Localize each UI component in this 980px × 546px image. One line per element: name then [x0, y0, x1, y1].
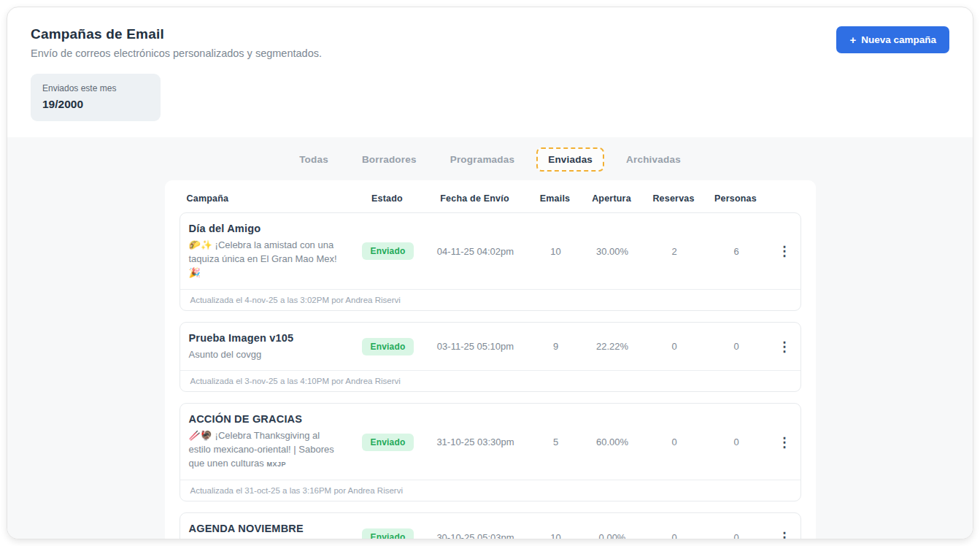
column-header-reservations: Reservas	[643, 193, 705, 204]
new-campaign-label: Nueva campaña	[861, 34, 936, 45]
emails-count: 10	[530, 532, 582, 539]
campaigns-section: Todas Borradores Programadas Enviadas Ar…	[7, 137, 973, 539]
campaign-row-main: Prueba Imagen v105 Asunto del covgg Envi…	[180, 323, 800, 371]
page-title: Campañas de Email	[31, 26, 322, 42]
sent-this-month-card: Enviados este mes 19/2000	[31, 74, 161, 121]
open-rate: 60.00%	[582, 437, 644, 447]
stat-value: 19/2000	[42, 98, 149, 111]
kebab-menu-icon[interactable]: ⋮	[768, 531, 802, 539]
status-badge: Enviado	[362, 528, 413, 539]
campaigns-table: Campaña Estado Fecha de Envío Emails Ape…	[165, 180, 816, 539]
updated-info: Actualizada el 3-nov-25 a las 4:10PM por…	[180, 370, 800, 391]
status-cell: Enviado	[355, 242, 421, 260]
campaign-description-text: 🌮✨ ¡Celebra la amistad con una taquiza ú…	[189, 239, 337, 278]
new-campaign-button[interactable]: + Nueva campaña	[836, 26, 949, 53]
campaign-row[interactable]: Prueba Imagen v105 Asunto del covgg Envi…	[180, 322, 801, 393]
page-header-text: Campañas de Email Envío de correos elect…	[31, 26, 322, 59]
column-header-status: Estado	[355, 193, 420, 204]
column-header-people: Personas	[705, 193, 767, 204]
plus-icon: +	[849, 34, 856, 45]
campaign-description: Asunto del covgg	[189, 348, 342, 362]
campaign-row[interactable]: AGENDA NOVIEMBRE AGENDA NOVIEMBRE Enviad…	[180, 512, 801, 539]
page-subtitle: Envío de correos electrónicos personaliz…	[31, 47, 322, 59]
stat-label: Enviados este mes	[42, 83, 149, 93]
updated-info: Actualizada el 31-oct-25 a las 3:16PM po…	[180, 480, 800, 501]
column-header-campaign: Campaña	[180, 193, 355, 204]
status-badge: Enviado	[362, 242, 413, 260]
status-badge: Enviado	[362, 434, 413, 451]
open-rate: 22.22%	[582, 341, 644, 352]
updated-info: Actualizada el 4-nov-25 a las 3:02PM por…	[180, 289, 800, 310]
campaign-title: Día del Amigo	[189, 223, 342, 234]
table-header-row: Campaña Estado Fecha de Envío Emails Ape…	[180, 192, 801, 212]
tab-borradores[interactable]: Borradores	[350, 147, 428, 172]
tab-archivadas[interactable]: Archivadas	[614, 147, 692, 172]
page-header: Campañas de Email Envío de correos elect…	[7, 7, 973, 59]
campaign-title: Prueba Imagen v105	[189, 332, 342, 344]
campaign-title: AGENDA NOVIEMBRE	[189, 523, 342, 534]
people-count: 0	[706, 437, 768, 447]
campaign-cell: ACCIÓN DE GRACIAS 🥢🦃 ¡Celebra Thanksgivi…	[180, 413, 355, 471]
status-cell: Enviado	[355, 528, 421, 539]
kebab-menu-icon[interactable]: ⋮	[768, 436, 802, 449]
campaign-row[interactable]: Día del Amigo 🌮✨ ¡Celebra la amistad con…	[180, 212, 801, 311]
campaign-description-text: Asunto del covgg	[189, 349, 262, 360]
campaign-cell: Día del Amigo 🌮✨ ¡Celebra la amistad con…	[180, 223, 355, 280]
campaign-row-main: ACCIÓN DE GRACIAS 🥢🦃 ¡Celebra Thanksgivi…	[180, 404, 800, 480]
campaign-row[interactable]: ACCIÓN DE GRACIAS 🥢🦃 ¡Celebra Thanksgivi…	[180, 403, 801, 501]
reservations-count: 0	[644, 437, 706, 447]
status-cell: Enviado	[355, 434, 421, 451]
tab-todas[interactable]: Todas	[288, 147, 340, 172]
send-date: 03-11-25 05:10pm	[421, 341, 530, 352]
app-window: Campañas de Email Envío de correos elect…	[7, 7, 973, 539]
reservations-count: 2	[644, 246, 706, 257]
campaign-title: ACCIÓN DE GRACIAS	[189, 413, 342, 425]
status-cell: Enviado	[355, 338, 421, 355]
emails-count: 9	[530, 341, 582, 352]
tabs-bar: Todas Borradores Programadas Enviadas Ar…	[7, 147, 973, 172]
reservations-count: 0	[644, 341, 706, 352]
campaign-row-main: AGENDA NOVIEMBRE AGENDA NOVIEMBRE Enviad…	[180, 513, 800, 539]
open-rate: 0.00%	[582, 532, 644, 539]
emails-count: 10	[530, 246, 582, 257]
campaign-flags: MXJP	[266, 461, 286, 468]
tab-programadas[interactable]: Programadas	[439, 147, 527, 172]
campaign-description: 🥢🦃 ¡Celebra Thanksgiving al estilo mexic…	[189, 429, 342, 471]
column-header-send-date: Fecha de Envío	[420, 193, 530, 204]
people-count: 0	[706, 341, 768, 352]
campaign-description-text: 🥢🦃 ¡Celebra Thanksgiving al estilo mexic…	[189, 430, 334, 469]
campaign-cell: AGENDA NOVIEMBRE AGENDA NOVIEMBRE	[180, 523, 355, 539]
send-date: 04-11-25 04:02pm	[421, 246, 530, 257]
send-date: 31-10-25 03:30pm	[421, 437, 530, 447]
tab-enviadas[interactable]: Enviadas	[536, 147, 604, 172]
people-count: 0	[706, 532, 768, 539]
emails-count: 5	[530, 437, 582, 447]
kebab-menu-icon[interactable]: ⋮	[768, 340, 802, 353]
reservations-count: 0	[644, 532, 706, 539]
campaign-cell: Prueba Imagen v105 Asunto del covgg	[180, 332, 355, 362]
people-count: 6	[706, 246, 768, 257]
send-date: 30-10-25 05:03pm	[421, 532, 530, 539]
campaign-row-main: Día del Amigo 🌮✨ ¡Celebra la amistad con…	[180, 213, 800, 289]
kebab-menu-icon[interactable]: ⋮	[768, 245, 802, 258]
column-header-open-rate: Apertura	[581, 193, 643, 204]
status-badge: Enviado	[362, 338, 413, 355]
open-rate: 30.00%	[582, 246, 644, 257]
column-header-emails: Emails	[530, 193, 581, 204]
campaign-description: 🌮✨ ¡Celebra la amistad con una taquiza ú…	[189, 239, 342, 280]
